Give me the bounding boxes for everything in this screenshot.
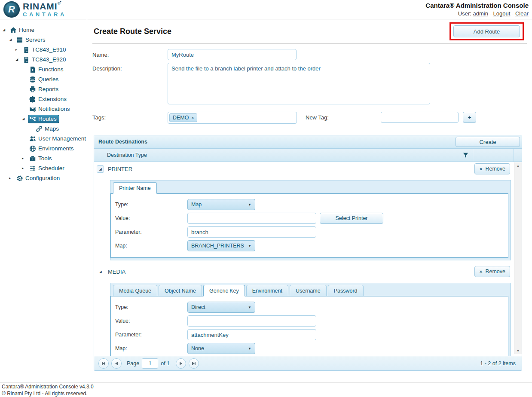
sidebar-item-home[interactable]: ◢Home bbox=[0, 25, 87, 35]
grid-body: ◢ PRINTER ✕ Remove Printer Name bbox=[94, 162, 522, 356]
remove-button-label: Remove bbox=[485, 269, 505, 275]
sidebar-item-tc843-e920[interactable]: ◢TC843_E920 bbox=[0, 55, 87, 64]
type-dropdown[interactable]: Direct ▼ bbox=[187, 302, 255, 313]
tree-expanded-icon[interactable]: ◢ bbox=[15, 58, 21, 61]
separator: - bbox=[490, 10, 492, 17]
add-route-button[interactable]: Add Route bbox=[453, 25, 520, 37]
tree-collapsed-icon[interactable]: ▸ bbox=[22, 166, 28, 170]
sidebar-item-user-management[interactable]: User Management bbox=[0, 134, 87, 144]
tree-node-reports[interactable]: Reports bbox=[28, 85, 61, 94]
sidebar-item-maps[interactable]: Maps bbox=[0, 124, 87, 134]
sidebar-item-extensions[interactable]: Extensions bbox=[0, 94, 87, 104]
select-printer-button[interactable]: Select Printer bbox=[320, 213, 383, 224]
tree-node-home[interactable]: Home bbox=[9, 26, 37, 34]
tab-password[interactable]: Password bbox=[328, 285, 364, 296]
map-dropdown[interactable]: BRANCH_PRINTERS ▼ bbox=[187, 240, 255, 251]
sidebar-item-environments[interactable]: Environments bbox=[0, 144, 87, 153]
name-input[interactable] bbox=[168, 49, 297, 60]
tree-expanded-icon[interactable]: ◢ bbox=[22, 117, 28, 121]
header-scroll-spacer bbox=[514, 149, 522, 162]
sidebar-item-servers[interactable]: ◢Servers bbox=[0, 35, 87, 45]
sidebar-item-label: Configuration bbox=[25, 175, 60, 181]
last-page-button[interactable] bbox=[189, 358, 199, 369]
maps-icon bbox=[36, 125, 43, 132]
value-input[interactable] bbox=[187, 315, 316, 327]
vertical-scrollbar[interactable]: ▲ ▼ bbox=[514, 162, 522, 354]
user-link[interactable]: admin bbox=[473, 10, 488, 17]
add-tag-button[interactable]: + bbox=[463, 112, 476, 123]
tree-collapsed-icon[interactable]: ▸ bbox=[15, 48, 21, 52]
tab-environment[interactable]: Environment bbox=[246, 285, 288, 296]
grid-header: Destination Type bbox=[94, 149, 522, 162]
tree-node-functions[interactable]: Functions bbox=[28, 65, 66, 74]
value-row: Value: Select Printer bbox=[115, 213, 504, 224]
tree-node-extensions[interactable]: Extensions bbox=[28, 95, 69, 104]
tree-node-user-management[interactable]: User Management bbox=[28, 134, 87, 143]
remove-button[interactable]: ✕ Remove bbox=[474, 163, 510, 174]
sidebar-item-scheduler[interactable]: ▸Scheduler bbox=[0, 163, 87, 173]
map-dropdown[interactable]: None ▼ bbox=[187, 343, 255, 354]
description-textarea[interactable]: Send the file to a branch label printer … bbox=[168, 63, 430, 104]
sidebar-item-configuration[interactable]: ▸Configuration bbox=[0, 173, 87, 183]
next-page-button[interactable] bbox=[176, 358, 186, 369]
sidebar-item-functions[interactable]: Functions bbox=[0, 64, 87, 74]
tree-node-maps[interactable]: Maps bbox=[34, 125, 61, 133]
collapse-toggle-icon[interactable]: ◢ bbox=[97, 268, 104, 275]
previous-page-button[interactable] bbox=[111, 358, 122, 369]
first-page-button[interactable] bbox=[98, 358, 109, 369]
clear-link[interactable]: Clear bbox=[515, 10, 529, 17]
tag-remove-icon[interactable]: × bbox=[192, 116, 194, 120]
destination-row-media[interactable]: ◢ MEDIA ✕ Remove bbox=[94, 266, 514, 278]
logout-link[interactable]: Logout bbox=[493, 10, 511, 17]
tree-collapsed-icon[interactable]: ▸ bbox=[22, 156, 28, 160]
tab-media-queue[interactable]: Media Queue bbox=[113, 285, 157, 296]
tab-object-name[interactable]: Object Name bbox=[159, 285, 202, 296]
tree-node-tools[interactable]: Tools bbox=[28, 154, 55, 163]
brand-name: RINAMI bbox=[23, 1, 58, 11]
scroll-up-icon[interactable]: ▲ bbox=[517, 164, 520, 167]
tree-expanded-icon[interactable]: ◢ bbox=[9, 38, 15, 42]
create-button[interactable]: Create bbox=[456, 137, 520, 147]
sidebar-item-routes[interactable]: ◢Routes bbox=[0, 114, 87, 124]
parameter-input[interactable] bbox=[187, 226, 316, 238]
tags-input[interactable]: DEMO × bbox=[168, 112, 297, 124]
tab-generic-key[interactable]: Generic Key bbox=[203, 285, 245, 296]
type-dropdown[interactable]: Map ▼ bbox=[187, 199, 255, 210]
tab-username[interactable]: Username bbox=[290, 285, 327, 296]
tree-expanded-icon[interactable]: ◢ bbox=[3, 28, 9, 32]
sidebar-item-reports[interactable]: Reports bbox=[0, 84, 87, 94]
destination-type-column-header[interactable]: Destination Type bbox=[94, 149, 473, 162]
tree-node-tc843-e920[interactable]: TC843_E920 bbox=[21, 55, 69, 64]
collapse-toggle-icon[interactable]: ◢ bbox=[97, 165, 104, 173]
filter-icon[interactable] bbox=[463, 153, 468, 158]
map-row: Map: BRANCH_PRINTERS ▼ bbox=[115, 240, 504, 251]
page-title: Create Route Service bbox=[94, 27, 171, 36]
value-input[interactable] bbox=[187, 213, 316, 224]
printer-tabstrip: Printer Name bbox=[110, 180, 508, 193]
tree-collapsed-icon[interactable]: ▸ bbox=[9, 176, 15, 180]
functions-icon bbox=[29, 66, 36, 73]
new-tag-input[interactable] bbox=[381, 112, 459, 123]
tree-node-routes[interactable]: Routes bbox=[28, 115, 59, 123]
destination-row-printer[interactable]: ◢ PRINTER ✕ Remove bbox=[94, 163, 514, 175]
page-number-input[interactable] bbox=[142, 358, 158, 369]
parameter-input[interactable] bbox=[187, 329, 316, 340]
tree-node-queries[interactable]: Queries bbox=[28, 75, 61, 84]
sidebar-item-tc843-e910[interactable]: ▸TC843_E910 bbox=[0, 45, 87, 55]
tree-node-servers[interactable]: Servers bbox=[15, 36, 48, 44]
tree-node-notifications[interactable]: iNotifications bbox=[28, 105, 73, 113]
parameter-row: Parameter: bbox=[115, 226, 504, 238]
tree-node-environments[interactable]: Environments bbox=[28, 144, 76, 153]
tree-node-tc843-e910[interactable]: TC843_E910 bbox=[21, 46, 69, 54]
scroll-down-icon[interactable]: ▼ bbox=[517, 349, 520, 352]
routes-icon bbox=[29, 116, 36, 122]
remove-button[interactable]: ✕ Remove bbox=[474, 266, 510, 277]
tab-printer-name[interactable]: Printer Name bbox=[113, 182, 157, 194]
sidebar-item-queries[interactable]: Queries bbox=[0, 74, 87, 84]
app-title: Cantara® Administration Console bbox=[425, 1, 529, 10]
sidebar-item-tools[interactable]: ▸Tools bbox=[0, 153, 87, 163]
tree-node-configuration[interactable]: Configuration bbox=[15, 174, 62, 183]
close-icon: ✕ bbox=[479, 167, 483, 171]
tree-node-scheduler[interactable]: Scheduler bbox=[28, 164, 67, 173]
sidebar-item-notifications[interactable]: iNotifications bbox=[0, 104, 87, 114]
